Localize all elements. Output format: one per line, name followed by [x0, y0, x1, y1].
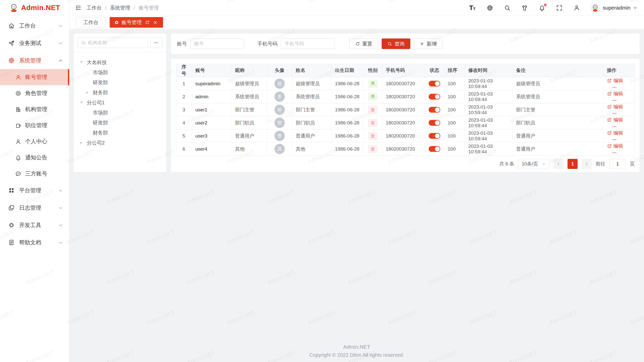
sidebar-subitem[interactable]: 个人中心	[0, 133, 69, 150]
tab-close-icon[interactable]	[153, 20, 158, 25]
column-header: 状态	[425, 64, 444, 77]
row-more-button[interactable]	[612, 124, 618, 129]
goto-page-input[interactable]	[609, 159, 626, 169]
profile-icon	[15, 139, 21, 145]
edit-button[interactable]: 编辑	[607, 90, 623, 97]
reset-button[interactable]: 重置	[349, 38, 378, 49]
gender-badge: 女	[368, 145, 377, 153]
tab-workbench[interactable]: 工作台	[76, 17, 106, 28]
tree-node[interactable]: 研发部	[78, 77, 162, 87]
edit-button[interactable]: 编辑	[607, 104, 623, 110]
menu-fold-icon[interactable]	[75, 5, 82, 11]
cell-phone: 18020030720	[382, 143, 425, 156]
sidebar-subitem[interactable]: 通知公告	[0, 150, 69, 166]
table-row: 4 user2 部门职员 部 部门职员 1986-06-28 女 1802003…	[176, 116, 634, 129]
search-icon[interactable]	[504, 5, 511, 11]
tree-node[interactable]: 分公司2	[78, 138, 162, 148]
tree-caret-right-icon[interactable]	[86, 91, 93, 94]
page-size-select[interactable]: 10条/页	[518, 159, 549, 169]
org-search-box	[78, 37, 148, 48]
language-icon[interactable]	[487, 5, 493, 11]
tab-account-management[interactable]: 账号管理	[110, 17, 163, 28]
phone-input[interactable]	[281, 38, 334, 49]
sidebar-subitem[interactable]: 账号管理	[0, 69, 69, 85]
cell-name: 普通用户	[292, 129, 331, 143]
sidebar-subitem[interactable]: 机构管理	[0, 101, 69, 117]
sidebar-subitem[interactable]: 角色管理	[0, 85, 69, 101]
user-menu[interactable]: superadmin	[590, 3, 637, 13]
cell-phone: 18020030720	[382, 90, 425, 103]
chevron-down-icon	[633, 6, 637, 10]
edit-button[interactable]: 编辑	[607, 77, 623, 84]
chevron-down-icon	[58, 188, 63, 193]
row-more-button[interactable]	[612, 111, 618, 116]
row-more-button[interactable]	[612, 98, 618, 103]
tree-node[interactable]: 研发部	[78, 118, 162, 128]
tree-node[interactable]: 市场部	[78, 67, 162, 77]
breadcrumb-item[interactable]: 工作台	[87, 5, 102, 11]
cell-name: 部门职员	[292, 116, 331, 129]
edit-button[interactable]: 编辑	[607, 143, 623, 149]
row-more-button[interactable]	[612, 137, 618, 142]
org-icon	[15, 106, 21, 113]
notification-icon[interactable]	[539, 5, 545, 11]
table-row: 1 superadmin 超级管理员 超 超级管理员 1986-06-28 男 …	[176, 77, 634, 90]
cell-account: user3	[192, 129, 231, 143]
sidebar-subitem[interactable]: 三方账号	[0, 166, 69, 182]
tree-caret-down-icon[interactable]	[80, 61, 87, 63]
status-toggle[interactable]	[429, 133, 440, 139]
tree-node[interactable]: 分公司1	[78, 98, 162, 108]
status-toggle[interactable]	[429, 81, 440, 86]
next-page-button[interactable]	[582, 159, 592, 169]
logs-icon	[8, 204, 15, 211]
row-more-button[interactable]	[612, 85, 618, 90]
query-button[interactable]: 查询	[382, 38, 410, 49]
status-toggle[interactable]	[429, 146, 440, 152]
bell-icon	[15, 155, 21, 161]
sidebar-item[interactable]: 日志管理	[0, 199, 69, 216]
page-number-button[interactable]: 1	[568, 159, 578, 169]
sidebar-item[interactable]: 系统管理	[0, 52, 69, 69]
search-icon	[387, 41, 392, 46]
org-search-input[interactable]	[88, 40, 144, 46]
status-toggle[interactable]	[429, 107, 440, 113]
cell-order: 100	[444, 129, 465, 143]
table-row: 2 admin 系统管理员 系 系统管理员 1986-06-28 男 18020…	[176, 90, 634, 103]
cell-phone: 18020030720	[382, 77, 425, 90]
row-more-button[interactable]	[612, 150, 618, 155]
sidebar-item[interactable]: 开发工具	[0, 216, 69, 234]
edit-button[interactable]: 编辑	[607, 117, 623, 123]
brand-logo[interactable]: Admin.NET	[0, 0, 69, 16]
sidebar-item[interactable]: 帮助文档	[0, 234, 69, 251]
status-toggle[interactable]	[429, 120, 440, 126]
tree-node[interactable]: 财务部	[78, 87, 162, 98]
user-icon[interactable]	[573, 5, 580, 11]
cell-order: 100	[444, 143, 465, 156]
theme-icon[interactable]	[521, 5, 528, 11]
column-header: 姓名	[292, 64, 331, 77]
tab-refresh-icon[interactable]	[145, 20, 150, 25]
search-icon	[81, 40, 86, 45]
sidebar-item[interactable]: 工作台	[0, 17, 69, 34]
font-size-icon[interactable]: TT	[469, 5, 476, 11]
org-more-button[interactable]	[150, 37, 162, 48]
edit-icon	[607, 91, 612, 96]
tree-node[interactable]: 财务部	[78, 128, 162, 138]
prev-page-button[interactable]	[553, 159, 564, 169]
tree-caret-right-icon[interactable]	[80, 142, 87, 144]
tree-node[interactable]: 市场部	[78, 108, 162, 118]
sidebar-item[interactable]: 业务测试	[0, 34, 69, 52]
edit-button[interactable]: 编辑	[607, 130, 623, 136]
status-toggle[interactable]	[429, 94, 440, 100]
cell-name: 超级管理员	[292, 77, 331, 90]
sidebar-item[interactable]: 平台管理	[0, 182, 69, 199]
sidebar-subitem[interactable]: 职位管理	[0, 117, 69, 133]
tree-caret-down-icon[interactable]	[80, 102, 87, 104]
cell-nickname: 部门职员	[231, 116, 267, 129]
fullscreen-icon[interactable]	[556, 5, 563, 11]
tree-node[interactable]: 大名科技	[78, 57, 162, 67]
add-button[interactable]: 新增	[414, 38, 442, 49]
account-input[interactable]	[190, 38, 244, 49]
breadcrumb-item[interactable]: 系统管理	[110, 5, 130, 11]
cell-name: 系统管理员	[292, 90, 331, 103]
